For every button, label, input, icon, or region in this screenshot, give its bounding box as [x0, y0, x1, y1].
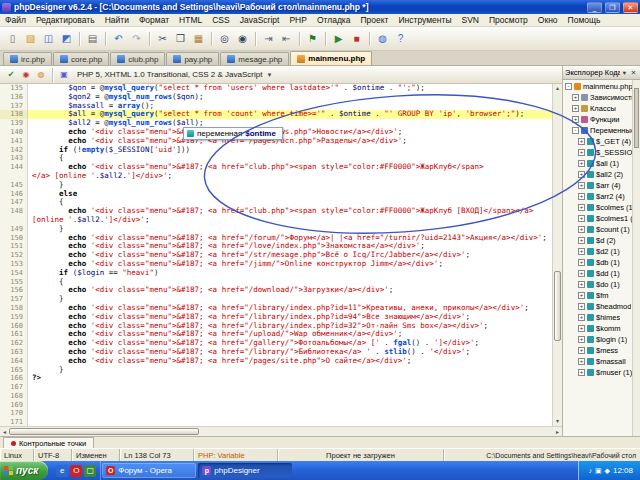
- menu-item[interactable]: Просмотр: [484, 15, 533, 25]
- bookmark-icon[interactable]: ⚑: [304, 30, 321, 47]
- debug-icon[interactable]: ◉: [19, 68, 33, 82]
- tab-mesage.php[interactable]: mesage.php: [220, 52, 289, 65]
- editor-vertical-scrollbar[interactable]: [552, 84, 562, 426]
- expander-icon[interactable]: +: [578, 270, 585, 277]
- code-line[interactable]: 143 {: [0, 154, 552, 163]
- tree-variable[interactable]: +$fm: [563, 290, 632, 301]
- firefox-icon[interactable]: ◍: [34, 68, 48, 82]
- taskbar-button[interactable]: OФорум - Opera: [102, 463, 196, 478]
- tree-variable[interactable]: +$login (1): [563, 334, 632, 345]
- tree-variable[interactable]: +$arr (4): [563, 180, 632, 191]
- tab-core.php[interactable]: core.php: [53, 52, 109, 65]
- menu-item[interactable]: Файл: [0, 15, 31, 25]
- tree-category[interactable]: +Зависимости: [563, 92, 632, 103]
- code-line[interactable]: 156 echo '<div class="menu">&#187; <a hr…: [0, 286, 552, 295]
- tab-irc.php[interactable]: irc.php: [3, 52, 52, 65]
- code-line[interactable]: 169: [0, 401, 552, 410]
- tab-pay.php[interactable]: pay.php: [166, 52, 219, 65]
- expander-icon[interactable]: +: [578, 204, 585, 211]
- print-icon[interactable]: ▤: [84, 30, 101, 47]
- code-line[interactable]: 142 if (!empty($_SESSION['uid'])): [0, 146, 552, 155]
- expander-icon[interactable]: +: [578, 358, 585, 365]
- scroll-thumb[interactable]: [554, 271, 561, 341]
- menu-item[interactable]: Окно: [533, 15, 563, 25]
- expander-icon[interactable]: +: [572, 105, 579, 112]
- code-line[interactable]: 170: [0, 409, 552, 418]
- menu-item[interactable]: Отладка: [312, 15, 356, 25]
- expander-icon[interactable]: +: [578, 347, 585, 354]
- ie-icon[interactable]: e: [56, 465, 68, 477]
- restore-button[interactable]: [605, 2, 620, 13]
- php-doc-icon[interactable]: ▣: [57, 68, 71, 82]
- tree-variable[interactable]: +$do (1): [563, 279, 632, 290]
- close-icon[interactable]: [629, 69, 638, 77]
- scroll-down-icon[interactable]: [556, 417, 559, 426]
- tree-variable[interactable]: +$headmod: [563, 301, 632, 312]
- tree-variable[interactable]: +$dd (1): [563, 268, 632, 279]
- code-line[interactable]: 163 echo '<div class="menu">&#187; <a hr…: [0, 348, 552, 357]
- menu-item[interactable]: HTML: [174, 15, 207, 25]
- code-line[interactable]: 150 echo '<div class="menu">&#187; <a hr…: [0, 234, 552, 243]
- volume-icon[interactable]: ♪: [588, 467, 592, 475]
- code-line[interactable]: 159 echo '<div class="menu">&#187; <a hr…: [0, 313, 552, 322]
- tree-category[interactable]: +Классы: [563, 103, 632, 114]
- code-line[interactable]: 164 echo '<div class="menu">&#187; <a hr…: [0, 357, 552, 366]
- code-line[interactable]: 144 echo '<div class="menu">&#187; <a hr…: [0, 163, 552, 172]
- editor-horizontal-scrollbar[interactable]: [0, 426, 562, 436]
- menu-item[interactable]: JavaScript: [235, 15, 285, 25]
- expander-icon[interactable]: +: [578, 226, 585, 233]
- tree-variable[interactable]: +$d2 (1): [563, 246, 632, 257]
- tree-variable[interactable]: +$colmes (1): [563, 202, 632, 213]
- find-icon[interactable]: ◎: [216, 30, 233, 47]
- tree-variable[interactable]: +$muser (1): [563, 367, 632, 378]
- expander-icon[interactable]: +: [578, 248, 585, 255]
- tree-variable[interactable]: +$himes: [563, 312, 632, 323]
- code-line[interactable]: 167: [0, 383, 552, 392]
- replace-icon[interactable]: ◉: [234, 30, 251, 47]
- tree-variable[interactable]: +$komm: [563, 323, 632, 334]
- help-icon[interactable]: ?: [392, 30, 409, 47]
- explorer-scrollbar[interactable]: [632, 80, 640, 436]
- menu-item[interactable]: Найти: [100, 15, 134, 25]
- menu-item[interactable]: Проект: [356, 15, 394, 25]
- tree-variable[interactable]: +$_SESSION: [563, 147, 632, 158]
- tree-category[interactable]: +Функции: [563, 114, 632, 125]
- expander-icon[interactable]: +: [578, 336, 585, 343]
- stop-icon[interactable]: ■: [348, 30, 365, 47]
- menu-item[interactable]: Помощь: [563, 15, 606, 25]
- copy-icon[interactable]: ❐: [172, 30, 189, 47]
- code-line[interactable]: 161 echo '<div class="menu">&#187; <a hr…: [0, 330, 552, 339]
- code-line[interactable]: 148 echo '<div class="menu">&#187; <a hr…: [0, 207, 552, 216]
- expander-icon[interactable]: +: [578, 281, 585, 288]
- antivirus-icon[interactable]: ◆: [605, 467, 610, 475]
- run-icon[interactable]: ▶: [330, 30, 347, 47]
- tree-variable[interactable]: +$all (1): [563, 158, 632, 169]
- scroll-right-icon[interactable]: [553, 428, 562, 435]
- expander-icon[interactable]: +: [578, 237, 585, 244]
- tree-variable[interactable]: +$db (1): [563, 257, 632, 268]
- start-button[interactable]: пуск: [0, 461, 48, 480]
- opera-icon[interactable]: O: [70, 465, 82, 477]
- expander-icon[interactable]: +: [578, 160, 585, 167]
- code-line[interactable]: 165 }: [0, 366, 552, 375]
- tree-variable[interactable]: +$d (2): [563, 235, 632, 246]
- scroll-up-icon[interactable]: [556, 84, 559, 93]
- code-line[interactable]: 151 echo '<div class="menu">&#187; <a hr…: [0, 242, 552, 251]
- dock-icon[interactable]: [620, 69, 629, 77]
- save-all-icon[interactable]: ◩: [58, 30, 75, 47]
- expander-icon[interactable]: +: [572, 94, 579, 101]
- browser-preview-icon[interactable]: ◍: [374, 30, 391, 47]
- tree-variable[interactable]: +$colmes1 (6): [563, 213, 632, 224]
- tree-variable[interactable]: +$arr2 (4): [563, 191, 632, 202]
- undo-icon[interactable]: ↶: [110, 30, 127, 47]
- expander-icon[interactable]: +: [578, 182, 585, 189]
- new-file-icon[interactable]: ▯: [4, 30, 21, 47]
- expander-icon[interactable]: +: [578, 171, 585, 178]
- minimize-button[interactable]: [587, 2, 602, 13]
- paste-icon[interactable]: ▦: [190, 30, 207, 47]
- code-line[interactable]: 168: [0, 392, 552, 401]
- tree-variable[interactable]: +$mess: [563, 345, 632, 356]
- tab-club.php[interactable]: club.php: [110, 52, 165, 65]
- outdent-icon[interactable]: ⇤: [278, 30, 295, 47]
- expander-icon[interactable]: +: [578, 314, 585, 321]
